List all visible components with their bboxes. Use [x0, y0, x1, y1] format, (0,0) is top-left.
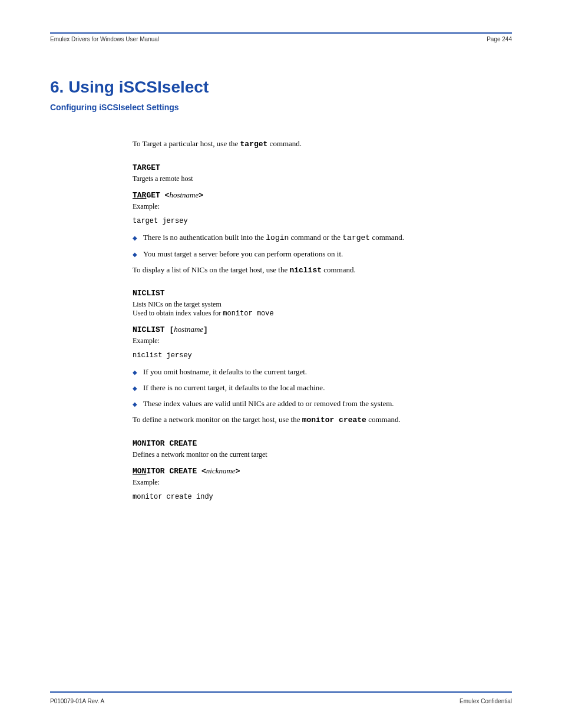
- niclist-bullet-2: ◆ If there is no current target, it defa…: [133, 383, 512, 394]
- page-footer: P010079-01A Rev. A Emulex Confidential: [50, 698, 512, 704]
- header-page: Page 244: [487, 36, 512, 42]
- chapter-subtitle: Configuring iSCSIselect Settings: [50, 103, 512, 112]
- main-content: To Target a particular host, use the tar…: [133, 139, 512, 501]
- header-doc: Emulex Drivers for Windows User Manual: [50, 36, 159, 42]
- diamond-icon: ◆: [133, 384, 137, 393]
- diamond-icon: ◆: [133, 400, 137, 409]
- target-bullet-2: ◆ You must target a server before you ca…: [133, 249, 512, 260]
- diamond-icon: ◆: [133, 251, 137, 259]
- top-rule: [50, 32, 512, 34]
- niclist-tail: To define a network monitor on the targe…: [133, 414, 512, 426]
- monitor-create-example-code: monitor create indy: [133, 493, 512, 501]
- target-tail: To display a list of NICs on the target …: [133, 265, 512, 276]
- bottom-rule: [50, 691, 512, 693]
- target-example-label: Example:: [133, 202, 512, 211]
- target-bullet-1: ◆ There is no authentication built into …: [133, 232, 512, 244]
- niclist-bullet-1: ◆ If you omit hostname, it defaults to t…: [133, 367, 512, 378]
- monitor-create-example-label: Example:: [133, 478, 512, 487]
- niclist-syntax: NICLIST [hostname]: [133, 325, 512, 334]
- monitor-create-subtitle: Defines a network monitor on the current…: [133, 450, 512, 459]
- footer-rev: P010079-01A Rev. A: [50, 698, 104, 704]
- chapter-title: 6. Using iSCSIselect: [50, 78, 512, 97]
- niclist-example-code: niclist jersey: [133, 351, 512, 360]
- niclist-subtitle: Lists NICs on the target system Used to …: [133, 300, 512, 318]
- diamond-icon: ◆: [133, 234, 137, 243]
- page-header: Emulex Drivers for Windows User Manual P…: [50, 36, 512, 42]
- target-syntax: TARGET <hostname>: [133, 190, 512, 200]
- niclist-example-label: Example:: [133, 337, 512, 345]
- niclist-heading: NICLIST: [133, 289, 512, 298]
- footer-brand: Emulex Confidential: [459, 698, 512, 704]
- target-subtitle: Targets a remote host: [133, 174, 512, 183]
- target-example-code: target jersey: [133, 217, 512, 225]
- intro-paragraph: To Target a particular host, use the tar…: [133, 139, 512, 150]
- monitor-create-syntax: MONITOR CREATE <nickname>: [133, 466, 512, 476]
- niclist-bullet-3: ◆ These index values are valid until NIC…: [133, 398, 512, 410]
- monitor-create-heading: MONITOR CREATE: [133, 439, 512, 448]
- diamond-icon: ◆: [133, 368, 137, 377]
- target-heading: TARGET: [133, 163, 512, 172]
